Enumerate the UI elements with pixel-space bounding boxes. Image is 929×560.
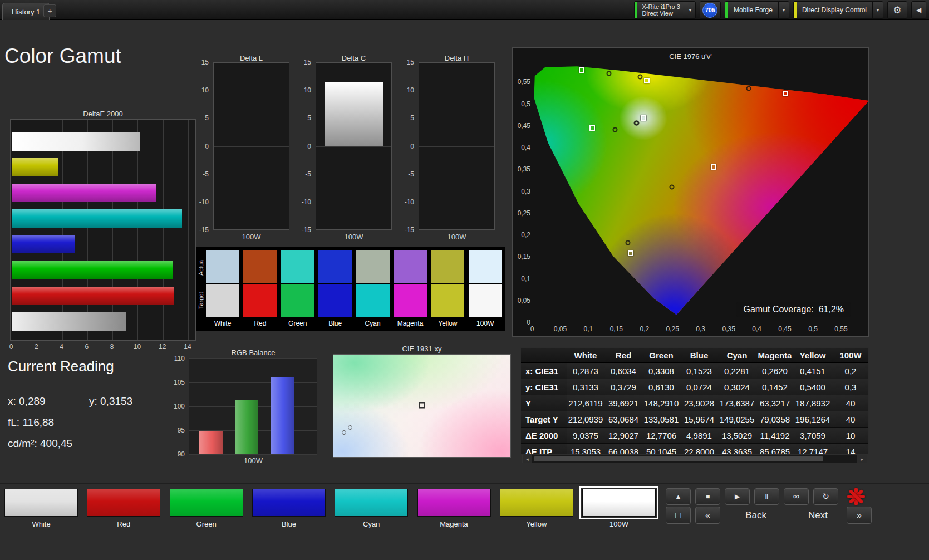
swatch-label: Blue bbox=[318, 320, 352, 327]
table-cell: 12,9027 bbox=[604, 428, 642, 444]
y-tick-label: 105 bbox=[174, 379, 185, 386]
target-swatch-white bbox=[206, 284, 239, 317]
chevron-down-icon: ▼ bbox=[685, 2, 695, 18]
measurement-table-wrap: WhiteRedGreenBlueCyanMagentaYellow100Wx:… bbox=[520, 347, 869, 454]
gridline bbox=[189, 358, 317, 359]
gridline bbox=[214, 119, 289, 119]
scroll-up-button[interactable]: ▲ bbox=[666, 488, 691, 505]
table-cell: 40 bbox=[832, 395, 869, 411]
source-name: Mobile Forge bbox=[728, 6, 778, 14]
y-tick-label: 10 bbox=[304, 86, 311, 94]
play-button[interactable]: ▶ bbox=[725, 488, 750, 505]
back-label[interactable]: Back bbox=[722, 507, 789, 524]
gridline bbox=[189, 382, 317, 383]
display-control-dropdown[interactable]: Direct Display Control ▼ bbox=[793, 1, 883, 19]
gridline bbox=[214, 91, 289, 91]
patch-button-100w[interactable] bbox=[582, 489, 656, 517]
gamut-coverage: Gamut Coverage: 61,2% bbox=[736, 302, 851, 317]
patch-button-yellow[interactable] bbox=[500, 489, 573, 517]
scrollbar-thumb[interactable] bbox=[534, 456, 823, 461]
table-cell: 9,0375 bbox=[567, 428, 604, 444]
table-cell: 0,3308 bbox=[642, 363, 680, 379]
patch-label: Yellow bbox=[500, 520, 573, 528]
stop-button[interactable]: ■ bbox=[695, 488, 720, 505]
scrollbar-track[interactable] bbox=[532, 455, 857, 463]
display-control-name: Direct Display Control bbox=[797, 6, 872, 14]
loop-button[interactable]: ∞ bbox=[784, 488, 809, 505]
gridline bbox=[37, 120, 37, 340]
add-tab-button[interactable]: + bbox=[43, 4, 56, 17]
column-header: Red bbox=[604, 348, 642, 363]
table-cell: 0,2873 bbox=[567, 363, 604, 379]
calibration-app: History 1 + X-Rite i1Pro 3 Direct View ▼… bbox=[0, 0, 929, 560]
patch-button-magenta[interactable] bbox=[417, 489, 491, 517]
table-cell: 79,0358 bbox=[756, 411, 794, 428]
patch-window-button[interactable]: □ bbox=[666, 507, 691, 524]
next-label[interactable]: Next bbox=[792, 507, 844, 524]
gridline bbox=[188, 120, 189, 340]
gridline bbox=[419, 119, 494, 119]
next-page-button[interactable]: » bbox=[847, 507, 872, 524]
settings-button[interactable]: ⚙ bbox=[887, 1, 907, 19]
source-dropdown[interactable]: Mobile Forge ▼ bbox=[725, 1, 789, 19]
measured-marker-magenta bbox=[669, 184, 674, 189]
gridline bbox=[419, 91, 494, 91]
actual-swatch-100w bbox=[469, 250, 502, 283]
column-header: White bbox=[567, 348, 604, 363]
refresh-icon: ↻ bbox=[822, 492, 829, 502]
patch-label: Magenta bbox=[417, 520, 491, 528]
chevrons-right-icon: » bbox=[857, 510, 862, 520]
deltae2000-title: DeltaE 2000 bbox=[10, 110, 196, 118]
x-tick-label: 0,35 bbox=[722, 325, 735, 333]
scroll-left-icon[interactable]: ◂ bbox=[523, 455, 532, 463]
patch-button-cyan[interactable] bbox=[335, 489, 408, 517]
tab-history-1[interactable]: History 1 bbox=[2, 3, 50, 20]
y-tick-label: 15 bbox=[201, 58, 209, 66]
x-tick-label: 8 bbox=[110, 343, 114, 351]
y-tick-label: -15 bbox=[405, 226, 414, 234]
plus-icon: + bbox=[47, 7, 52, 16]
refresh-button[interactable]: ↻ bbox=[813, 488, 838, 505]
delta-c-plot bbox=[316, 62, 392, 230]
y-tick-label: -15 bbox=[199, 226, 209, 234]
rgb-balance-title: RGB Balance bbox=[189, 348, 317, 357]
meter-mode: Direct View bbox=[642, 10, 680, 17]
reading-fl: fL: 116,88 bbox=[8, 416, 54, 429]
patch-button-white[interactable] bbox=[4, 489, 78, 517]
x-tick-label: 6 bbox=[85, 343, 89, 351]
topbar-controls: X-Rite i1Pro 3 Direct View ▼ 705 Mobile … bbox=[634, 1, 926, 19]
actual-swatch-blue bbox=[318, 250, 352, 283]
table-scrollbar[interactable]: ◂ ▸ bbox=[522, 455, 867, 463]
y-tick-label: 110 bbox=[174, 355, 185, 362]
back-page-button[interactable]: « bbox=[695, 507, 720, 524]
table-cell: 3,7059 bbox=[794, 428, 832, 444]
table-cell: 0,0724 bbox=[680, 379, 718, 395]
scroll-right-icon[interactable]: ▸ bbox=[857, 455, 867, 463]
deltae2000-plot bbox=[10, 119, 196, 341]
patch-button-green[interactable] bbox=[170, 489, 243, 517]
deltae-bar-100w bbox=[12, 132, 140, 151]
meter-name: X-Rite i1Pro 3 bbox=[642, 3, 680, 10]
reading-x: x: 0,289 bbox=[8, 395, 46, 407]
collapse-panel-button[interactable]: ◀ bbox=[911, 1, 926, 19]
table-cell: 0,6034 bbox=[604, 363, 642, 379]
alert-asterisk-icon[interactable] bbox=[844, 485, 868, 508]
target-swatch-green bbox=[281, 284, 314, 317]
pause-button[interactable]: ‖ bbox=[754, 488, 779, 505]
column-header: Yellow bbox=[794, 348, 832, 363]
table-cell: 0,3 bbox=[832, 379, 869, 395]
patch-button-red[interactable] bbox=[87, 489, 160, 517]
patch-button-blue[interactable] bbox=[252, 489, 326, 517]
rgb-balance-xlabel: 100W bbox=[189, 456, 317, 465]
delta-c-title: Delta C bbox=[316, 54, 392, 62]
delta-h-plot bbox=[419, 62, 495, 230]
tab-history-label: History 1 bbox=[12, 8, 40, 16]
meter-dropdown[interactable]: X-Rite i1Pro 3 Direct View ▼ bbox=[634, 1, 695, 19]
swatch-label: Magenta bbox=[394, 320, 427, 327]
patch-label: Blue bbox=[252, 520, 326, 528]
table-cell: 0,2281 bbox=[718, 363, 756, 379]
patch-label: 100W bbox=[582, 520, 656, 528]
table-cell: 10 bbox=[832, 428, 869, 444]
rgb-balance-plot bbox=[189, 358, 317, 454]
measured-marker-red bbox=[746, 86, 751, 91]
